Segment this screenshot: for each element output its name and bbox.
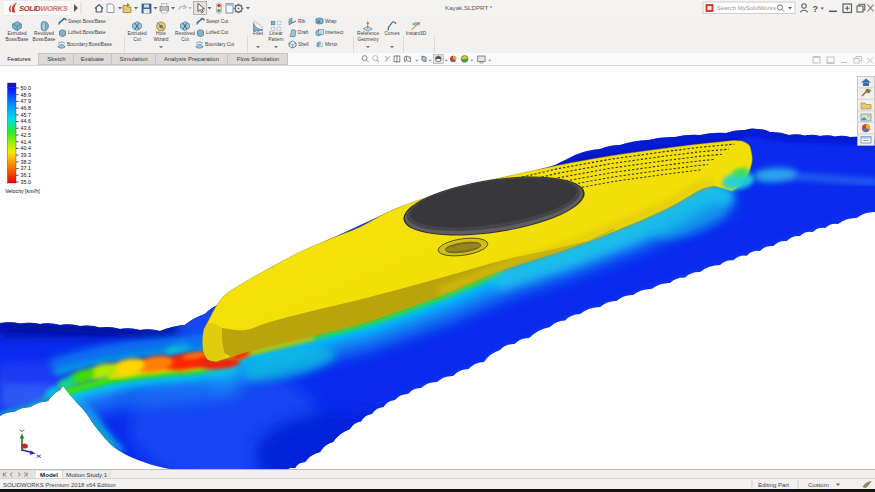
- svg-text:46.8: 46.8: [20, 105, 31, 111]
- svg-text:39.3: 39.3: [20, 152, 31, 158]
- svg-text:47.9: 47.9: [20, 98, 31, 104]
- svg-text:50.0: 50.0: [20, 85, 31, 91]
- svg-text:SOLIDWORKS Premium 2018 x64 Ed: SOLIDWORKS Premium 2018 x64 Edition: [3, 482, 116, 488]
- svg-text:42.5: 42.5: [20, 132, 31, 138]
- svg-text:43.6: 43.6: [20, 125, 31, 131]
- svg-text:Velocity [km/h]: Velocity [km/h]: [5, 188, 40, 194]
- svg-text:40.4: 40.4: [20, 145, 31, 151]
- svg-text:44.6: 44.6: [20, 118, 31, 124]
- svg-text:36.1: 36.1: [20, 172, 31, 178]
- svg-text:Kayak.SLDPRT *: Kayak.SLDPRT *: [445, 4, 493, 11]
- svg-text:Motion Study 1: Motion Study 1: [66, 471, 108, 478]
- svg-text:41.4: 41.4: [20, 139, 31, 145]
- svg-text:35.0: 35.0: [20, 179, 31, 185]
- svg-text:Search MySolidWorks: Search MySolidWorks: [717, 5, 776, 11]
- svg-text:45.7: 45.7: [20, 112, 31, 118]
- svg-text:37.1: 37.1: [20, 165, 31, 171]
- svg-text:38.2: 38.2: [20, 159, 31, 165]
- svg-text:Model: Model: [40, 471, 58, 478]
- svg-text:?: ?: [813, 4, 819, 14]
- svg-text:SOLIDWORKS: SOLIDWORKS: [19, 4, 68, 13]
- svg-text:Custom: Custom: [808, 482, 829, 488]
- svg-text:Editing Part: Editing Part: [758, 482, 789, 488]
- svg-text:48.9: 48.9: [20, 92, 31, 98]
